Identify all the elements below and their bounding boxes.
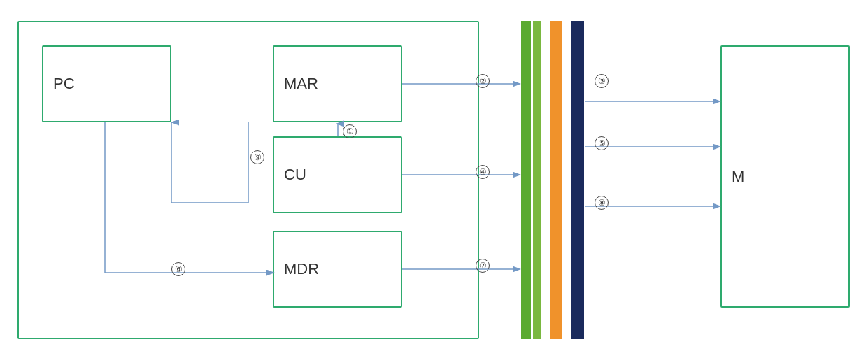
mdr-label: MDR [284, 260, 319, 278]
number-5: ⑤ [595, 136, 609, 150]
number-3: ③ [595, 74, 609, 88]
diagram: PC MAR CU MDR M [0, 0, 868, 360]
pc-box: PC [42, 45, 171, 122]
m-label: M [732, 168, 744, 186]
pc-label: PC [53, 75, 75, 93]
mar-label: MAR [284, 75, 318, 93]
bus-green2-line [533, 21, 541, 339]
bus-orange-line [550, 21, 562, 339]
cu-label: CU [284, 166, 306, 184]
number-7: ⑦ [476, 259, 490, 273]
number-2: ② [476, 74, 490, 88]
bus-darkblue-line [571, 21, 584, 339]
cu-box: CU [273, 136, 402, 213]
number-4: ④ [476, 165, 490, 179]
number-6: ⑥ [171, 262, 185, 276]
number-9: ⑨ [250, 150, 264, 164]
number-8: ⑧ [595, 196, 609, 210]
m-box: M [720, 45, 850, 308]
mdr-box: MDR [273, 231, 402, 308]
bus-green-line [521, 21, 531, 339]
mar-box: MAR [273, 45, 402, 122]
number-1: ① [343, 124, 357, 138]
